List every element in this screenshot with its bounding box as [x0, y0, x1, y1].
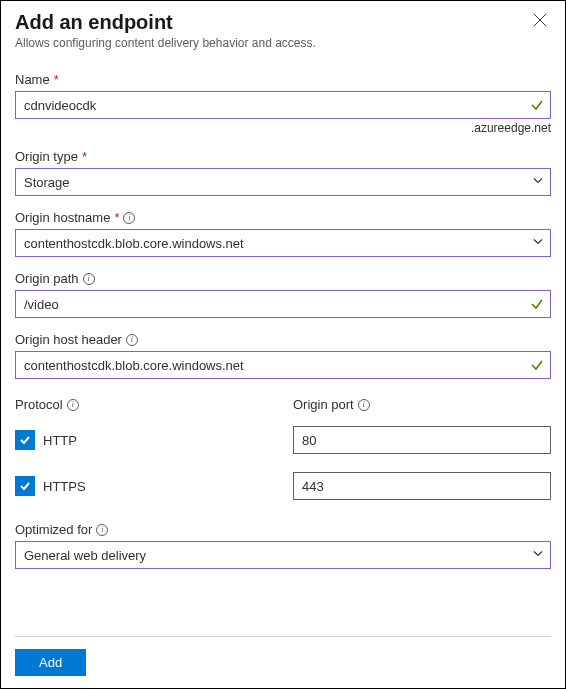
optimized-for-label: Optimized for [15, 522, 92, 537]
info-icon[interactable]: i [358, 399, 370, 411]
origin-host-header-input[interactable] [15, 351, 551, 379]
origin-path-input[interactable] [15, 290, 551, 318]
https-label: HTTPS [43, 479, 86, 494]
info-icon[interactable]: i [67, 399, 79, 411]
name-suffix: .azureedge.net [15, 121, 551, 135]
info-icon[interactable]: i [126, 334, 138, 346]
info-icon[interactable]: i [123, 212, 135, 224]
divider [15, 636, 551, 637]
info-icon[interactable]: i [83, 273, 95, 285]
https-port-input[interactable] [293, 472, 551, 500]
panel-subtitle: Allows configuring content delivery beha… [15, 36, 316, 50]
origin-hostname-label: Origin hostname [15, 210, 110, 225]
origin-type-label: Origin type [15, 149, 78, 164]
required-asterisk: * [82, 149, 87, 164]
checkbox-checked-icon [15, 430, 35, 450]
add-button[interactable]: Add [15, 649, 86, 676]
optimized-for-select[interactable] [15, 541, 551, 569]
https-checkbox-row[interactable]: HTTPS [15, 472, 273, 500]
required-asterisk: * [114, 210, 119, 225]
origin-hostname-select[interactable] [15, 229, 551, 257]
http-label: HTTP [43, 433, 77, 448]
checkbox-checked-icon [15, 476, 35, 496]
http-checkbox-row[interactable]: HTTP [15, 426, 273, 454]
origin-type-select[interactable] [15, 168, 551, 196]
origin-path-label: Origin path [15, 271, 79, 286]
info-icon[interactable]: i [96, 524, 108, 536]
http-port-input[interactable] [293, 426, 551, 454]
close-icon [533, 13, 547, 30]
panel-title: Add an endpoint [15, 11, 316, 34]
required-asterisk: * [54, 72, 59, 87]
close-button[interactable] [529, 11, 551, 32]
origin-host-header-label: Origin host header [15, 332, 122, 347]
protocol-label: Protocol [15, 397, 63, 412]
name-input[interactable] [15, 91, 551, 119]
name-label: Name [15, 72, 50, 87]
origin-port-label: Origin port [293, 397, 354, 412]
